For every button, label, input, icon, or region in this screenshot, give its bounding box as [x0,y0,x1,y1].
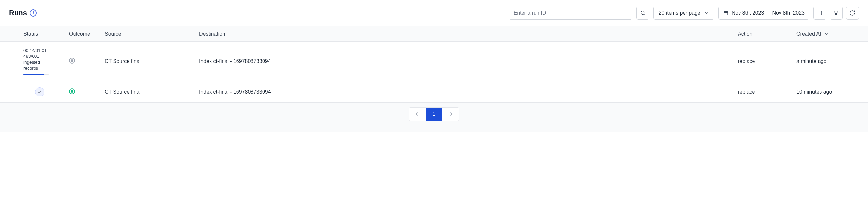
arrow-left-icon [415,111,420,117]
search-button[interactable] [637,6,649,20]
table-row[interactable]: 00:14/01:01, 483/601 ingested records CT… [0,42,868,82]
status-cell [24,87,69,96]
refresh-icon [849,10,855,16]
source-cell: CT Source final [105,58,199,64]
next-page-button[interactable] [442,108,459,120]
svg-line-1 [644,14,645,15]
status-line: 00:14/01:01, [24,48,69,53]
status-cell: 00:14/01:01, 483/601 ingested records [24,48,69,75]
destination-cell: Index ct-final - 1697808733094 [199,89,738,95]
search-input[interactable] [509,6,632,20]
date-separator [768,9,768,17]
svg-marker-8 [834,11,838,15]
title-group: Runs i [9,9,37,17]
outcome-cell [69,88,105,95]
pagination-bar: 1 [0,103,868,132]
created-cell: a minute ago [797,58,862,64]
chevron-down-icon [825,32,829,36]
table-header-row: Status Outcome Source Destination Action… [0,26,868,42]
chevron-down-icon [704,11,709,15]
search-icon [640,10,646,16]
col-header-created-label: Created At [797,31,821,37]
action-cell: replace [738,89,797,95]
progress-bar [24,74,49,75]
action-cell: replace [738,58,797,64]
header-bar: Runs i 20 items per page Nov 8th, 2023 N… [0,0,868,26]
page-title: Runs [9,9,27,17]
runs-table: Status Outcome Source Destination Action… [0,26,868,103]
columns-icon [817,10,823,16]
created-cell: 10 minutes ago [797,89,862,95]
date-to-label: Nov 8th, 2023 [772,10,805,16]
date-range-picker[interactable]: Nov 8th, 2023 Nov 8th, 2023 [718,6,809,20]
refresh-button[interactable] [846,6,859,20]
status-done-badge [35,87,44,96]
info-icon[interactable]: i [30,9,37,17]
col-header-status: Status [24,31,69,37]
check-icon [37,90,42,94]
action-icons [813,6,859,20]
col-header-source: Source [105,31,199,37]
outcome-cell [69,58,105,65]
col-header-outcome: Outcome [69,31,105,37]
calendar-icon [723,10,728,16]
items-per-page-select[interactable]: 20 items per page [653,6,714,20]
col-header-created-at[interactable]: Created At [797,31,862,37]
status-line: ingested [24,59,69,65]
table-row[interactable]: CT Source final Index ct-final - 1697808… [0,82,868,103]
source-cell: CT Source final [105,89,199,95]
pager: 1 [409,107,459,121]
columns-button[interactable] [813,6,826,20]
date-from-label: Nov 8th, 2023 [732,10,764,16]
svg-rect-2 [724,11,728,15]
status-line: records [24,65,69,72]
outcome-success-icon [69,88,75,94]
arrow-right-icon [448,111,453,117]
items-per-page-label: 20 items per page [659,10,701,16]
prev-page-button[interactable] [409,108,426,120]
col-header-destination: Destination [199,31,738,37]
filter-button[interactable] [830,6,843,20]
col-header-action: Action [738,31,797,37]
outcome-running-icon [69,58,75,63]
progress-fill [24,74,43,75]
page-number-current[interactable]: 1 [426,108,442,120]
destination-cell: Index ct-final - 1697808733094 [199,58,738,64]
status-line: 483/601 [24,53,69,59]
filter-icon [833,10,839,16]
